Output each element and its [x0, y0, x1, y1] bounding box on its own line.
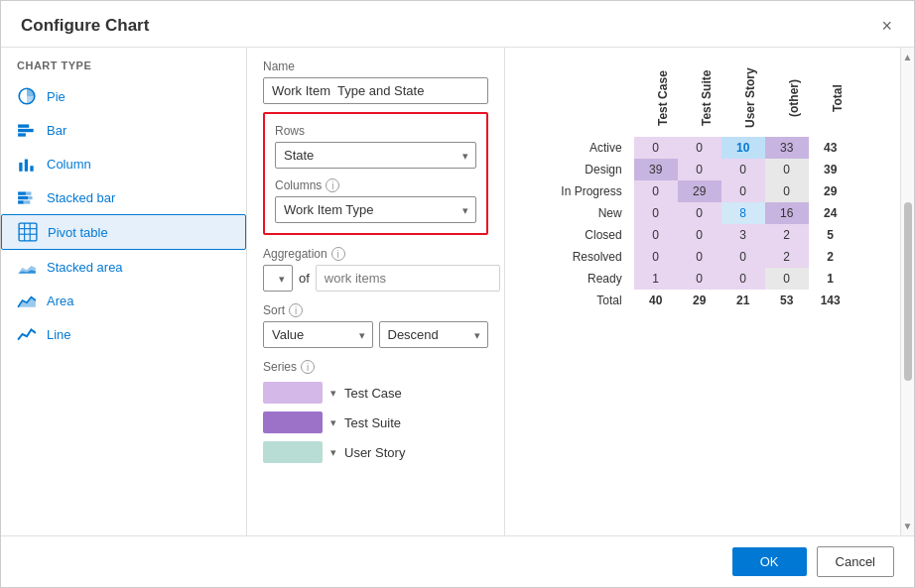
sidebar-item-column[interactable]: Column — [1, 147, 246, 180]
pivot-row-active: Active 0 0 10 33 43 — [553, 137, 851, 159]
columns-select-wrapper: Work Item Type State ▾ — [275, 196, 476, 223]
stacked-bar-icon — [17, 187, 37, 207]
pivot-corner — [553, 58, 633, 137]
ok-button[interactable]: OK — [732, 547, 807, 576]
total-1: 29 — [678, 290, 721, 311]
dialog-body: Chart Type Pie — [1, 48, 914, 535]
scroll-thumb[interactable] — [904, 202, 912, 381]
row-label-inprogress: In Progress — [553, 180, 633, 202]
series-chevron-1[interactable]: ▾ — [330, 416, 336, 429]
cell-design-3: 0 — [765, 159, 809, 180]
cell-closed-0: 0 — [634, 224, 678, 246]
pivot-table: Test Case Test Suite User Story (other) … — [553, 58, 851, 311]
svg-rect-12 — [24, 200, 31, 203]
bar-icon — [17, 120, 37, 140]
pivot-panel: Test Case Test Suite User Story (other) … — [505, 48, 900, 535]
sort-direction-select[interactable]: Descend Ascend — [379, 321, 489, 348]
aggregation-select-wrapper: Cou Sum ▾ — [263, 265, 293, 292]
series-info-icon[interactable]: i — [301, 360, 315, 374]
series-item-1: ▾ Test Suite — [263, 412, 488, 433]
cell-ready-2: 0 — [721, 268, 765, 290]
scrollbar: ▲ ▼ — [900, 48, 914, 535]
sidebar-item-pivot-table[interactable]: Pivot table — [1, 214, 246, 250]
aggregation-info-icon[interactable]: i — [331, 247, 345, 261]
chart-type-sidebar: Chart Type Pie — [1, 48, 247, 535]
cell-closed-total: 5 — [809, 224, 852, 246]
bar-label: Bar — [47, 123, 66, 138]
cell-active-0: 0 — [634, 137, 678, 159]
cell-ready-0: 1 — [634, 268, 678, 290]
series-chevron-2[interactable]: ▾ — [330, 446, 336, 459]
sort-label-row: Sort i — [263, 303, 488, 317]
totals-label: Total — [553, 290, 633, 311]
area-label: Area — [47, 294, 73, 308]
svg-rect-11 — [18, 200, 24, 203]
configure-chart-dialog: Configure Chart × Chart Type Pie — [0, 0, 915, 588]
aggregation-row: Cou Sum ▾ of — [263, 265, 488, 292]
series-color-2 — [263, 441, 323, 463]
cell-design-2: 0 — [721, 159, 765, 180]
name-label: Name — [263, 59, 488, 73]
config-panel: Name Rows State Work Item Type ▾ Columns… — [247, 48, 505, 535]
cell-ready-total: 1 — [809, 268, 852, 290]
columns-label: Columns — [275, 178, 322, 192]
svg-rect-9 — [18, 196, 28, 199]
svg-rect-8 — [26, 191, 32, 194]
series-name-0: Test Case — [344, 386, 402, 401]
svg-rect-6 — [30, 166, 33, 172]
cell-resolved-0: 0 — [634, 246, 678, 268]
name-input[interactable] — [263, 77, 488, 104]
columns-select[interactable]: Work Item Type State — [275, 196, 476, 223]
of-input[interactable] — [316, 265, 500, 292]
sidebar-item-stacked-area[interactable]: Stacked area — [1, 250, 246, 284]
close-button[interactable]: × — [875, 15, 898, 37]
pivot-totals-row: Total 40 29 21 53 143 — [553, 290, 851, 311]
series-color-0 — [263, 382, 323, 404]
rows-columns-box: Rows State Work Item Type ▾ Columns i Wo… — [263, 112, 488, 235]
cell-design-0: 39 — [634, 159, 678, 180]
sidebar-item-bar[interactable]: Bar — [1, 113, 246, 147]
sidebar-item-area[interactable]: Area — [1, 284, 246, 317]
series-name-1: Test Suite — [344, 415, 401, 430]
cell-closed-1: 0 — [678, 224, 721, 246]
cell-active-3: 33 — [765, 137, 809, 159]
pivot-row-closed: Closed 0 0 3 2 5 — [553, 224, 851, 246]
cancel-button[interactable]: Cancel — [817, 546, 894, 577]
cell-new-3: 16 — [765, 202, 809, 224]
cell-resolved-3: 2 — [765, 246, 809, 268]
series-chevron-0[interactable]: ▾ — [330, 387, 336, 400]
aggregation-label: Aggregation — [263, 247, 327, 261]
row-label-ready: Ready — [553, 268, 633, 290]
cell-ready-3: 0 — [765, 268, 809, 290]
cell-design-1: 0 — [678, 159, 721, 180]
svg-rect-3 — [18, 133, 26, 136]
columns-info-icon[interactable]: i — [326, 178, 339, 192]
scroll-down-arrow[interactable]: ▼ — [903, 521, 913, 531]
row-label-new: New — [553, 202, 633, 224]
sidebar-item-pie[interactable]: Pie — [1, 79, 246, 113]
pie-icon — [17, 86, 37, 106]
pivot-row-resolved: Resolved 0 0 0 2 2 — [553, 246, 851, 268]
total-3: 53 — [765, 290, 809, 311]
pivot-row-inprogress: In Progress 0 29 0 0 29 — [553, 180, 851, 202]
cell-new-total: 24 — [809, 202, 852, 224]
of-label: of — [299, 271, 310, 286]
cell-new-0: 0 — [634, 202, 678, 224]
sort-value-select-wrapper: Value Label ▾ — [263, 321, 373, 348]
sort-info-icon[interactable]: i — [289, 303, 303, 317]
dialog-footer: OK Cancel — [1, 535, 914, 587]
row-label-active: Active — [553, 137, 633, 159]
sort-value-select[interactable]: Value Label — [263, 321, 373, 348]
col-header-2: User Story — [721, 58, 765, 137]
sidebar-item-stacked-bar[interactable]: Stacked bar — [1, 180, 246, 214]
cell-resolved-total: 2 — [809, 246, 852, 268]
cell-ready-1: 0 — [678, 268, 721, 290]
cell-inprogress-2: 0 — [721, 180, 765, 202]
cell-closed-3: 2 — [765, 224, 809, 246]
scroll-up-arrow[interactable]: ▲ — [903, 52, 913, 62]
line-label: Line — [47, 327, 71, 342]
aggregation-select[interactable]: Cou Sum — [263, 265, 293, 292]
sidebar-item-line[interactable]: Line — [1, 317, 246, 351]
rows-select[interactable]: State Work Item Type — [275, 142, 476, 169]
series-label-row: Series i — [263, 360, 488, 374]
